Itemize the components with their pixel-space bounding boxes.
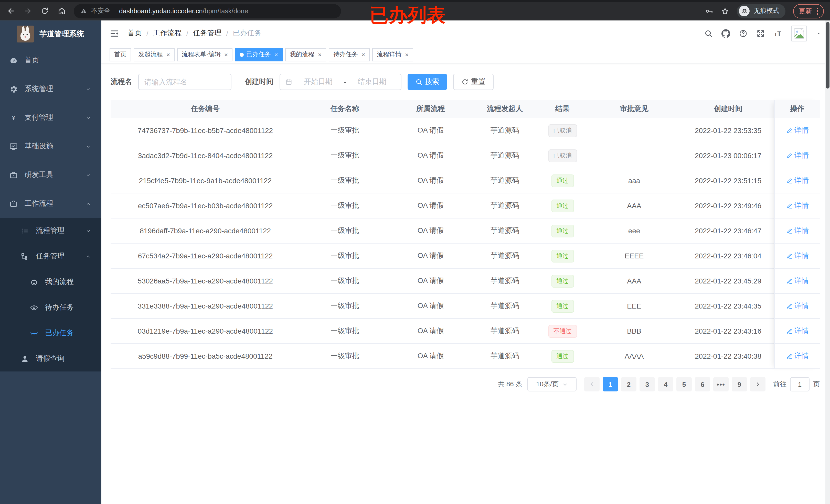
- detail-link[interactable]: 详情: [786, 201, 809, 210]
- detail-link[interactable]: 详情: [786, 126, 809, 135]
- sidebar-item-leave-query[interactable]: 请假查询: [0, 346, 101, 371]
- dashboard-icon: [9, 56, 18, 65]
- task-name-cell: 一级审批: [300, 168, 390, 193]
- detail-link[interactable]: 详情: [786, 226, 809, 235]
- url-host: dashboard.yudao.iocoder.cn: [119, 7, 203, 15]
- update-button[interactable]: 更新: [793, 4, 824, 18]
- starter-cell: 芋道源码: [472, 243, 538, 268]
- reload-icon[interactable]: [38, 4, 51, 18]
- sidebar-item-payment[interactable]: ¥支付管理: [0, 103, 101, 132]
- close-icon[interactable]: ×: [405, 52, 409, 58]
- create-time-cell: 2022-01-23 00:06:17: [681, 143, 775, 168]
- sidebar-item-infrastructure[interactable]: 基础设施: [0, 132, 101, 161]
- page-size-select[interactable]: 10条/页: [528, 377, 577, 392]
- end-date-placeholder: 结束日期: [348, 77, 396, 87]
- sidebar-item-workflow[interactable]: 工作流程: [0, 189, 101, 218]
- detail-link-label: 详情: [794, 276, 809, 285]
- goto-page-input[interactable]: [790, 377, 809, 392]
- sidebar-item-task-management[interactable]: 任务管理: [0, 243, 101, 269]
- prev-page-button[interactable]: [584, 377, 600, 392]
- breadcrumb-task-management[interactable]: 任务管理: [193, 29, 222, 38]
- detail-link[interactable]: 详情: [786, 351, 809, 361]
- annotation-title: 已办列表: [370, 6, 445, 26]
- table-row: 53026aa5-7b9a-11ec-a290-acde48001122一级审批…: [110, 269, 820, 294]
- close-icon[interactable]: ×: [275, 52, 278, 58]
- avatar-caret-icon[interactable]: [816, 30, 822, 36]
- search-button[interactable]: 搜索: [408, 74, 447, 90]
- close-icon[interactable]: ×: [318, 52, 322, 58]
- table-row: 03d1219e-7b9a-11ec-a290-acde48001122一级审批…: [110, 319, 820, 344]
- date-range-picker[interactable]: 开始日期 - 结束日期: [280, 74, 402, 90]
- detail-link[interactable]: 详情: [786, 327, 809, 336]
- sidebar-menu: 首页系统管理¥支付管理基础设施研发工具工作流程流程管理任务管理我的流程待办任务已…: [0, 46, 101, 371]
- tab-home[interactable]: 首页: [109, 48, 131, 61]
- breadcrumb-home[interactable]: 首页: [127, 29, 142, 38]
- comment-cell: AAA: [587, 269, 681, 293]
- app-logo: 芋道管理系统: [0, 22, 101, 46]
- sidebar-item-system[interactable]: 系统管理: [0, 75, 101, 103]
- sidebar-item-done-tasks[interactable]: 已办任务: [0, 320, 101, 346]
- bookmark-star-icon[interactable]: [721, 7, 729, 15]
- close-icon[interactable]: ×: [361, 52, 365, 58]
- page-button-4[interactable]: 4: [658, 377, 673, 392]
- back-icon[interactable]: [4, 4, 18, 18]
- result-cell: 通过: [538, 193, 587, 218]
- browser-menu-icon[interactable]: [817, 7, 818, 14]
- help-icon[interactable]: [739, 29, 747, 38]
- github-icon[interactable]: [722, 29, 730, 38]
- detail-link[interactable]: 详情: [786, 151, 809, 160]
- breadcrumb-workflow[interactable]: 工作流程: [153, 29, 182, 38]
- page-button-6[interactable]: 6: [695, 377, 710, 392]
- process-cell: OA 请假: [390, 344, 472, 368]
- page-button-1[interactable]: 1: [603, 377, 618, 392]
- tab-process-detail[interactable]: 流程详情×: [372, 48, 413, 61]
- detail-link-label: 详情: [794, 201, 809, 210]
- list-icon: [20, 226, 29, 235]
- tab-start-process[interactable]: 发起流程×: [134, 48, 174, 61]
- page-ellipsis[interactable]: •••: [713, 377, 729, 392]
- edit-pen-icon: [786, 152, 792, 159]
- reset-button[interactable]: 重置: [453, 74, 493, 90]
- process-name-input[interactable]: [138, 74, 231, 90]
- collapse-sidebar-icon[interactable]: [109, 28, 119, 38]
- close-icon[interactable]: ×: [224, 52, 228, 58]
- page-size-value: 10条/页: [536, 380, 558, 389]
- fullscreen-icon[interactable]: [756, 29, 765, 38]
- detail-link[interactable]: 详情: [786, 251, 809, 261]
- tab-done-tasks[interactable]: 已办任务×: [235, 48, 283, 61]
- tab-my-process[interactable]: 我的流程×: [285, 48, 326, 61]
- page-button-2[interactable]: 2: [621, 377, 636, 392]
- font-size-icon[interactable]: TT: [774, 29, 783, 38]
- tab-todo-tasks[interactable]: 待办任务×: [329, 48, 370, 61]
- sidebar-item-label: 基础设施: [25, 142, 53, 151]
- key-icon[interactable]: [705, 7, 713, 15]
- column-header: 任务名称: [300, 100, 390, 118]
- sidebar-item-label: 请假查询: [36, 354, 65, 363]
- detail-link[interactable]: 详情: [786, 276, 809, 285]
- page-button-3[interactable]: 3: [640, 377, 655, 392]
- scrollbar-track[interactable]: [825, 21, 830, 504]
- task-name-cell: 一级审批: [300, 319, 390, 343]
- sidebar-item-dev-tools[interactable]: 研发工具: [0, 161, 101, 189]
- sidebar-item-home[interactable]: 首页: [0, 46, 101, 75]
- sidebar-item-todo-tasks[interactable]: 待办任务: [0, 295, 101, 320]
- tab-process-form-edit[interactable]: 流程表单-编辑×: [177, 48, 232, 61]
- chevron-down-icon: [86, 86, 91, 92]
- forward-icon[interactable]: [21, 4, 34, 18]
- filter-bar: 流程名 创建时间 开始日期 - 结束日期 搜索 重置: [110, 74, 821, 90]
- detail-link[interactable]: 详情: [786, 176, 809, 185]
- address-bar[interactable]: 不安全 dashboard.yudao.iocoder.cn/bpm/task/…: [74, 4, 341, 18]
- home-icon[interactable]: [55, 4, 68, 18]
- next-page-button[interactable]: [750, 377, 765, 392]
- sidebar-item-process-management[interactable]: 流程管理: [0, 218, 101, 243]
- sidebar-item-my-process[interactable]: 我的流程: [0, 269, 101, 295]
- user-avatar[interactable]: [791, 25, 807, 41]
- scrollbar-thumb[interactable]: [826, 22, 829, 89]
- search-icon[interactable]: [704, 29, 713, 38]
- page-button-5[interactable]: 5: [676, 377, 692, 392]
- page-button-9[interactable]: 9: [732, 377, 747, 392]
- detail-link[interactable]: 详情: [786, 301, 809, 311]
- column-header: 流程发起人: [472, 100, 538, 118]
- task-name-cell: 一级审批: [300, 143, 390, 168]
- close-icon[interactable]: ×: [166, 52, 170, 58]
